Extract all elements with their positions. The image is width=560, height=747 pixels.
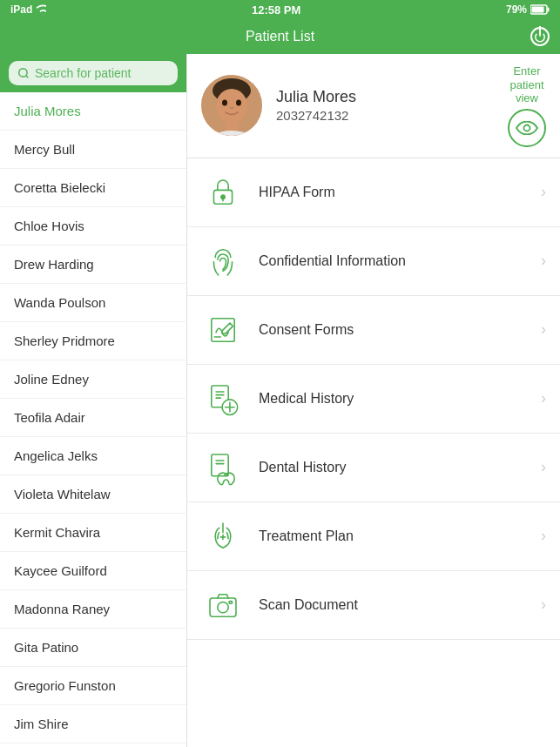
medical-icon [201, 377, 245, 421]
menu-list: HIPAA Form› Confidential Information› Co… [187, 158, 560, 747]
patient-list-item[interactable]: Jim Shire [0, 705, 186, 744]
patient-list-item[interactable]: Violeta Whitelaw [0, 475, 186, 514]
menu-label-dental: Dental History [259, 460, 527, 475]
enter-patient-label: Enterpatientview [509, 64, 543, 105]
svg-point-8 [216, 89, 247, 124]
svg-point-10 [236, 100, 241, 106]
wifi-icon [36, 4, 46, 15]
menu-item-treatment[interactable]: Treatment Plan› [187, 502, 560, 571]
menu-label-scan: Scan Document [259, 597, 527, 613]
header-title: Patient List [246, 29, 314, 44]
chevron-right-icon-hipaa: › [541, 183, 546, 201]
menu-item-medical[interactable]: Medical History› [187, 365, 560, 434]
power-button[interactable] [530, 27, 550, 46]
status-bar-left: iPad [10, 3, 46, 16]
sidebar: Search for patient Julia MoresMercy Bull… [0, 54, 187, 747]
patient-list-item[interactable]: Angelica Jelks [0, 437, 186, 475]
menu-item-consent[interactable]: Consent Forms› [187, 296, 560, 365]
svg-rect-33 [229, 601, 233, 603]
search-container: Search for patient [0, 54, 186, 92]
enter-patient-button[interactable]: Enterpatientview [508, 64, 546, 147]
svg-point-4 [19, 69, 27, 77]
patient-list-item[interactable]: Gita Patino [0, 629, 186, 667]
patient-list-item[interactable]: Wanda Poulson [0, 284, 186, 322]
menu-label-treatment: Treatment Plan [259, 528, 527, 544]
battery-icon [530, 4, 550, 15]
patient-list-item[interactable]: Chloe Hovis [0, 207, 186, 246]
power-icon [534, 30, 546, 43]
ipad-label: iPad [10, 3, 32, 16]
patient-info: Julia Mores 2032742132 [276, 88, 494, 123]
search-box[interactable]: Search for patient [9, 61, 178, 85]
svg-point-32 [218, 602, 228, 612]
chevron-right-icon-dental: › [541, 458, 546, 476]
dental-icon [201, 446, 245, 489]
patient-name: Julia Mores [276, 88, 494, 106]
svg-rect-25 [212, 454, 228, 476]
svg-point-9 [222, 100, 227, 106]
app-header: Patient List [0, 19, 560, 54]
status-time: 12:58 PM [252, 3, 300, 17]
chevron-right-icon-consent: › [541, 320, 546, 339]
menu-item-hipaa[interactable]: HIPAA Form› [187, 158, 560, 227]
svg-line-5 [26, 76, 29, 78]
patient-header: Julia Mores 2032742132 Enterpatientview [187, 54, 560, 158]
patient-list-item[interactable]: Madonna Raney [0, 590, 186, 629]
svg-point-12 [524, 124, 530, 131]
menu-label-hipaa: HIPAA Form [259, 185, 527, 200]
patient-id: 2032742132 [276, 108, 494, 123]
patient-list: Julia MoresMercy BullCoretta BieleckiChl… [0, 92, 186, 747]
consent-icon [201, 308, 245, 352]
svg-rect-1 [548, 8, 550, 12]
patient-list-item[interactable]: Kaycee Guilford [0, 552, 186, 590]
battery-label: 79% [506, 3, 527, 16]
confidential-icon [201, 239, 245, 283]
search-icon [17, 67, 30, 79]
chevron-right-icon-scan: › [541, 596, 546, 614]
right-panel: Julia Mores 2032742132 Enterpatientview … [187, 54, 560, 747]
eye-icon [516, 121, 538, 135]
svg-rect-2 [532, 7, 544, 13]
patient-list-item[interactable]: Kermit Chavira [0, 514, 186, 552]
search-placeholder: Search for patient [35, 66, 132, 80]
menu-item-confidential[interactable]: Confidential Information› [187, 227, 560, 296]
status-bar: iPad 12:58 PM 79% [0, 0, 560, 19]
patient-list-item[interactable]: Gregorio Funston [0, 667, 186, 705]
eye-circle [508, 109, 546, 147]
scan-icon [201, 583, 245, 627]
hipaa-icon [201, 171, 245, 214]
patient-list-item[interactable]: Joline Edney [0, 360, 186, 399]
menu-item-scan[interactable]: Scan Document› [187, 571, 560, 640]
menu-item-dental[interactable]: Dental History› [187, 434, 560, 502]
patient-list-item[interactable]: Sherley Pridmore [0, 322, 186, 360]
avatar-image [201, 75, 262, 136]
patient-list-item[interactable]: Drew Harding [0, 246, 186, 284]
patient-list-item[interactable]: Mercy Bull [0, 131, 186, 169]
chevron-right-icon-treatment: › [541, 527, 546, 545]
patient-list-item[interactable]: Coretta Bielecki [0, 169, 186, 207]
patient-list-item[interactable]: Teofila Adair [0, 399, 186, 437]
chevron-right-icon-medical: › [541, 389, 546, 407]
patient-avatar [201, 75, 262, 136]
menu-label-medical: Medical History [259, 391, 527, 407]
patient-list-item[interactable]: Julia Mores [0, 92, 186, 131]
menu-label-confidential: Confidential Information [259, 253, 527, 269]
status-bar-right: 79% [506, 3, 550, 16]
main-layout: Search for patient Julia MoresMercy Bull… [0, 54, 560, 747]
menu-label-consent: Consent Forms [259, 322, 527, 338]
chevron-right-icon-confidential: › [541, 252, 546, 270]
treatment-icon [201, 515, 245, 558]
